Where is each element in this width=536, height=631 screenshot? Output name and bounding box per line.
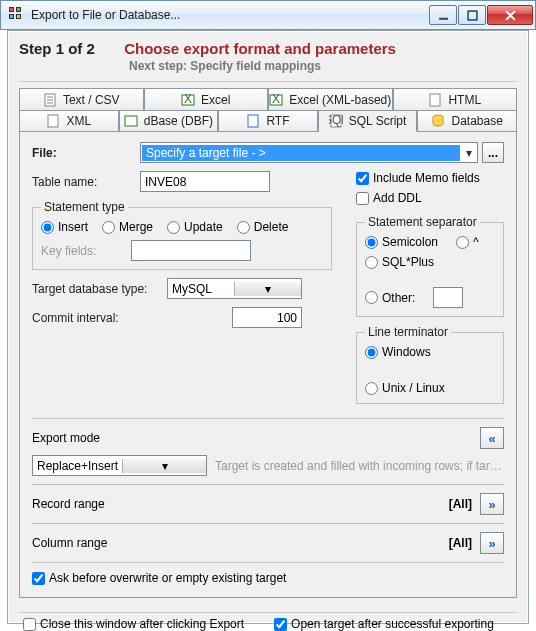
separator (19, 81, 517, 82)
wizard-header: Step 1 of 2 Choose export format and par… (19, 40, 517, 73)
sep-other-input[interactable] (433, 287, 463, 308)
svg-rect-15 (248, 115, 258, 127)
line-terminator-group: Line terminator Windows Unix / Linux (356, 325, 504, 404)
tab-database[interactable]: Database (417, 110, 517, 132)
statement-type-legend: Statement type (41, 200, 128, 214)
tab-rtf[interactable]: RTF (218, 110, 318, 132)
keyfields-label: Key fields: (41, 244, 131, 258)
chevron-down-icon: ▾ (122, 459, 206, 473)
export-mode-label: Export mode (32, 431, 132, 445)
svg-rect-1 (468, 11, 477, 20)
file-combo[interactable]: Specify a target file - > ▾ (140, 142, 478, 163)
line-terminator-legend: Line terminator (365, 325, 451, 339)
excel-icon: X (269, 93, 283, 107)
export-mode-collapse-button[interactable]: « (480, 427, 504, 449)
window-title: Export to File or Database... (31, 8, 429, 22)
export-mode-desc: Target is created and filled with incomi… (215, 459, 504, 473)
stmt-update-radio[interactable]: Update (167, 220, 223, 234)
stmt-merge-radio[interactable]: Merge (102, 220, 153, 234)
chevron-down-icon: ▾ (234, 282, 301, 296)
file-selected: Specify a target file - > (142, 145, 460, 161)
format-tabs: Text / CSV XExcel XExcel (XML-based) HTM… (19, 88, 517, 132)
file-label: File: (32, 146, 140, 160)
ask-overwrite-checkbox[interactable]: Ask before overwrite or empty existing t… (32, 571, 504, 585)
rtf-icon (246, 114, 260, 128)
column-range-label: Column range (32, 536, 132, 550)
tab-xml[interactable]: XML (19, 110, 119, 132)
html-icon (428, 93, 442, 107)
lt-unix-radio[interactable]: Unix / Linux (365, 381, 445, 395)
tab-excel[interactable]: XExcel (144, 88, 269, 110)
record-range-label: Record range (32, 497, 132, 511)
export-mode-select[interactable]: Replace+Insert▾ (32, 455, 207, 476)
sep-caret-radio[interactable]: ^ (456, 235, 479, 249)
close-button[interactable] (487, 5, 533, 25)
statement-separator-legend: Statement separator (365, 215, 480, 229)
sep-semicolon-radio[interactable]: Semicolon (365, 235, 438, 249)
commit-label: Commit interval: (32, 311, 167, 325)
tab-text-csv[interactable]: Text / CSV (19, 88, 144, 110)
keyfields-input[interactable] (131, 240, 251, 261)
browse-button[interactable]: ... (482, 142, 504, 163)
sep-other-radio[interactable]: Other: (365, 291, 415, 305)
stmt-delete-radio[interactable]: Delete (237, 220, 289, 234)
tablename-label: Table name: (32, 175, 140, 189)
targetdb-select[interactable]: MySQL▾ (167, 278, 302, 299)
maximize-button[interactable] (458, 5, 486, 25)
commit-input[interactable] (232, 307, 302, 328)
svg-rect-13 (48, 115, 58, 127)
svg-text:X: X (184, 93, 192, 106)
excel-icon: X (181, 93, 195, 107)
step-label: Step 1 of 2 (19, 40, 95, 57)
file-icon (43, 93, 57, 107)
svg-text:SQL: SQL (329, 114, 343, 127)
svg-text:X: X (272, 93, 280, 106)
open-target-checkbox[interactable]: Open target after successful exporting (274, 617, 494, 631)
tablename-input[interactable] (140, 171, 270, 192)
tab-dbase[interactable]: dBase (DBF) (119, 110, 219, 132)
column-range-button[interactable]: » (480, 532, 504, 554)
tab-html[interactable]: HTML (393, 88, 518, 110)
options-panel: File: Specify a target file - > ▾ ... Ta… (19, 132, 517, 598)
step-title: Choose export format and parameters (124, 40, 396, 57)
svg-rect-14 (125, 116, 137, 126)
tab-sql-script[interactable]: SQLSQL Script (318, 110, 418, 132)
statement-type-group: Statement type Insert Merge Update Delet… (32, 200, 332, 270)
tab-excel-xml[interactable]: XExcel (XML-based) (268, 88, 393, 110)
minimize-button[interactable] (429, 5, 457, 25)
stmt-insert-radio[interactable]: Insert (41, 220, 88, 234)
database-icon (431, 114, 445, 128)
add-ddl-checkbox[interactable]: Add DDL (356, 191, 504, 205)
svg-rect-12 (430, 94, 440, 106)
app-icon (9, 7, 25, 23)
column-range-value: [All] (449, 536, 472, 550)
titlebar: Export to File or Database... (0, 0, 536, 30)
record-range-value: [All] (449, 497, 472, 511)
close-after-checkbox[interactable]: Close this window after clicking Export (23, 617, 244, 631)
dbase-icon (124, 114, 138, 128)
step-subtitle: Next step: Specify field mappings (129, 59, 517, 73)
targetdb-label: Target database type: (32, 282, 167, 296)
statement-separator-group: Statement separator Semicolon ^ SQL*Plus… (356, 215, 504, 317)
xml-icon (46, 114, 60, 128)
record-range-button[interactable]: » (480, 493, 504, 515)
sql-icon: SQL (329, 114, 343, 128)
include-memo-checkbox[interactable]: Include Memo fields (356, 171, 504, 185)
lt-windows-radio[interactable]: Windows (365, 345, 431, 359)
chevron-down-icon: ▾ (461, 146, 477, 160)
separator (19, 612, 517, 613)
sep-sqlplus-radio[interactable]: SQL*Plus (365, 255, 434, 269)
